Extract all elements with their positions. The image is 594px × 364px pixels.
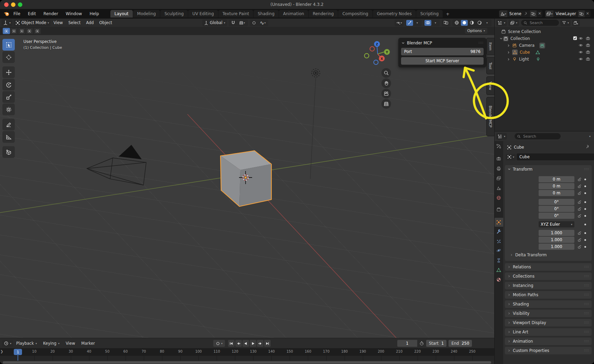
- delta-transform-toggle[interactable]: Delta Transform: [510, 253, 547, 257]
- tab-render[interactable]: [494, 154, 503, 163]
- xray-toggle[interactable]: [443, 20, 450, 26]
- zoom-window-button[interactable]: [18, 2, 22, 7]
- delete-viewlayer-button[interactable]: ✕: [585, 10, 591, 17]
- outliner-row-scene-collection[interactable]: Scene Collection: [501, 28, 541, 35]
- viewport-menu-view[interactable]: View: [51, 20, 65, 25]
- rotation-z-field[interactable]: 0°: [539, 213, 574, 219]
- workspace-tab-animation[interactable]: Animation: [279, 10, 308, 18]
- viewport-menu-select[interactable]: Select: [66, 20, 83, 25]
- timeline-ruler[interactable]: 1102030405060708090100110120130140150160…: [0, 348, 494, 356]
- add-workspace-button[interactable]: +: [443, 11, 452, 17]
- workspace-tab-compositing[interactable]: Compositing: [338, 10, 372, 18]
- scale-tool[interactable]: [2, 91, 15, 103]
- lock-icon[interactable]: [577, 191, 581, 195]
- auto-keying-button[interactable]: ▾: [213, 340, 225, 347]
- transform-orientation-selector[interactable]: Global▾: [202, 20, 227, 26]
- options-button[interactable]: Options▾: [465, 28, 487, 34]
- zoom-view-button[interactable]: [381, 68, 391, 78]
- timeline-menu-marker[interactable]: Marker: [78, 341, 98, 346]
- panel-divider-horizontal[interactable]: [494, 131, 594, 131]
- play-reverse-button[interactable]: [242, 340, 249, 347]
- outliner-row-cube[interactable]: Cube: [507, 49, 540, 56]
- visibility-dropdown[interactable]: ▾: [396, 20, 402, 26]
- overlays-dropdown[interactable]: ▾: [432, 20, 439, 26]
- workspace-tab-rendering[interactable]: Rendering: [309, 10, 338, 18]
- proportional-edit-toggle[interactable]: [251, 20, 258, 26]
- tab-world[interactable]: [494, 193, 503, 202]
- outliner-search-input[interactable]: [529, 20, 557, 25]
- timeline-scrollbar[interactable]: [3, 361, 491, 364]
- object-id-browse[interactable]: ▾: [506, 154, 516, 160]
- rotation-x-field[interactable]: 0°: [539, 199, 574, 205]
- collapse-icon[interactable]: [507, 167, 511, 171]
- panel-shading[interactable]: Shading::::: [505, 300, 592, 308]
- workspace-tab-layout[interactable]: Layout: [110, 10, 133, 18]
- rotate-tool[interactable]: [2, 79, 15, 90]
- scene-browse-button[interactable]: ▾: [499, 10, 507, 17]
- new-viewlayer-button[interactable]: [578, 10, 585, 17]
- shading-rendered-button[interactable]: [476, 20, 483, 26]
- expand-icon[interactable]: [507, 51, 510, 54]
- animate-dot[interactable]: [584, 215, 586, 217]
- frame-start-field[interactable]: Start1: [426, 340, 446, 347]
- shading-material-button[interactable]: [468, 20, 475, 26]
- panel-line-art[interactable]: Line Art::::: [505, 328, 592, 336]
- mode-selector[interactable]: Object Mode▾: [14, 20, 51, 26]
- jump-to-end-button[interactable]: [264, 340, 271, 347]
- frame-end-field[interactable]: End250: [449, 340, 472, 347]
- workspace-tab-sculpting[interactable]: Sculpting: [160, 10, 188, 18]
- tab-collection[interactable]: [494, 205, 503, 214]
- hide-viewport-icon[interactable]: [579, 36, 583, 41]
- camera-object[interactable]: [87, 145, 146, 185]
- shading-solid-button[interactable]: [461, 20, 468, 26]
- annotate-tool[interactable]: [2, 119, 15, 130]
- select-box-tool[interactable]: [2, 39, 15, 51]
- current-frame-field[interactable]: 1: [397, 340, 417, 347]
- select-mode-new[interactable]: [10, 28, 18, 34]
- lock-icon[interactable]: [577, 238, 581, 242]
- animate-dot[interactable]: [584, 179, 586, 180]
- panel-custom-properties[interactable]: Custom Properties::::: [505, 347, 592, 354]
- menu-file[interactable]: File: [10, 9, 24, 19]
- workspace-tab-modeling[interactable]: Modeling: [133, 10, 160, 18]
- snap-mode-dropdown[interactable]: ▾: [237, 20, 247, 26]
- prev-keyframe-button[interactable]: [235, 340, 242, 347]
- tab-scene[interactable]: [494, 184, 503, 193]
- properties-options-dropdown[interactable]: ▾: [589, 135, 591, 138]
- outliner-display-mode[interactable]: ▾: [496, 20, 507, 26]
- orthographic-toggle-button[interactable]: [381, 99, 391, 109]
- object-name-field[interactable]: Cube: [517, 153, 594, 160]
- panel-instancing[interactable]: Instancing::::: [505, 282, 592, 289]
- rotation-y-field[interactable]: 0°: [539, 206, 574, 212]
- disable-render-icon[interactable]: [586, 50, 590, 54]
- play-button[interactable]: [250, 340, 256, 347]
- lock-icon[interactable]: [577, 200, 581, 204]
- menu-window[interactable]: Window: [62, 9, 86, 19]
- properties-search-input[interactable]: [522, 134, 558, 139]
- panel-motion-paths[interactable]: Motion Paths::::: [505, 291, 592, 299]
- jump-to-start-button[interactable]: [228, 340, 235, 347]
- hide-viewport-icon[interactable]: [579, 50, 583, 54]
- hide-viewport-icon[interactable]: [579, 43, 583, 47]
- panel-collections[interactable]: Collections::::: [505, 272, 592, 280]
- gizmo-axis-neg-z[interactable]: [374, 60, 378, 65]
- animate-dot[interactable]: [584, 201, 586, 203]
- panel-relations[interactable]: Relations::::: [505, 263, 592, 271]
- tab-material[interactable]: [494, 275, 503, 284]
- lock-icon[interactable]: [577, 245, 581, 249]
- mcp-port-field[interactable]: Port 9876: [401, 48, 484, 55]
- panel-divider-vertical[interactable]: [494, 9, 495, 364]
- delete-scene-button[interactable]: ✕: [537, 10, 542, 17]
- collection-checkbox[interactable]: [573, 36, 577, 41]
- location-y-field[interactable]: 0 m: [539, 183, 574, 189]
- start-mcp-server-button[interactable]: Start MCP Server: [401, 57, 484, 65]
- timeline-tick-area[interactable]: [0, 356, 494, 361]
- viewport-menu-object[interactable]: Object: [97, 20, 115, 25]
- select-mode-intersect[interactable]: [34, 28, 41, 34]
- breadcrumb-object[interactable]: Cube: [514, 145, 524, 150]
- transform-panel-title[interactable]: Transform: [513, 167, 532, 172]
- pin-id-icon[interactable]: [585, 144, 590, 149]
- animate-dot[interactable]: [584, 246, 586, 248]
- outliner-row-camera[interactable]: Camera: [507, 42, 545, 49]
- gizmo-axis-neg-x[interactable]: [370, 47, 375, 51]
